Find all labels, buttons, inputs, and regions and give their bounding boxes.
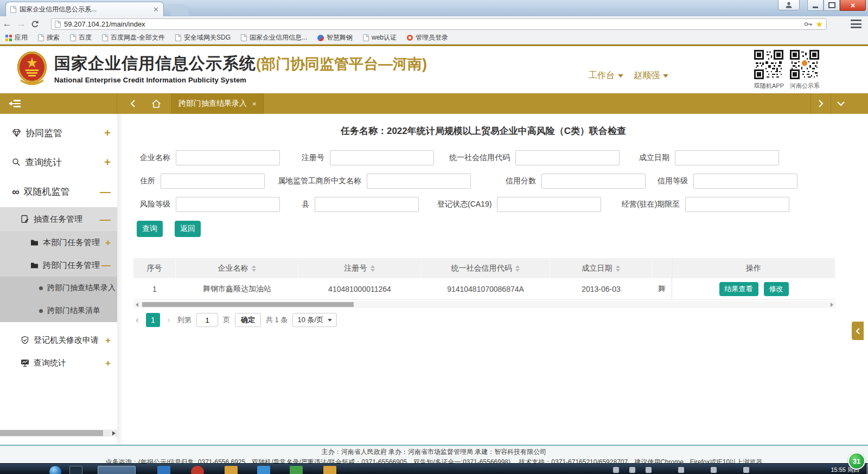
nav-tab-active[interactable]: 跨部门抽查结果录入 ×	[171, 93, 264, 114]
taskbar-window-button[interactable]	[98, 466, 136, 474]
sidebar-item-collab-supervision[interactable]: 协同监管 +	[0, 119, 117, 146]
sidebar-item-query-stats[interactable]: 查询统计 +	[0, 149, 117, 176]
page-size-select[interactable]: 10 条/页	[292, 313, 337, 327]
close-button[interactable]: ×	[840, 0, 866, 11]
tab-close-icon[interactable]: ✕	[153, 6, 159, 13]
scrollbar-arrow-left-icon[interactable]	[136, 303, 138, 307]
address-bar[interactable]: ★	[51, 18, 827, 30]
sidebar-item-cross-dept-result-entry[interactable]: 跨部门抽查结果录入	[0, 277, 117, 299]
sidebar-item-double-random[interactable]: ∞ 双随机监管 —	[0, 178, 117, 205]
return-button[interactable]: 返回	[175, 221, 201, 237]
bookmark-item[interactable]: 管理员登录	[407, 33, 448, 42]
show-desktop-button[interactable]	[866, 464, 868, 474]
forward-icon[interactable]: →	[14, 18, 28, 29]
browser-menu-icon[interactable]	[851, 20, 861, 28]
sidebar-hscrollbar[interactable]	[0, 430, 117, 437]
reload-icon[interactable]	[28, 20, 41, 28]
taskbar-icon[interactable]	[69, 466, 82, 474]
sidebar-item-spotcheck-task-mgmt[interactable]: 抽查任务管理 —	[0, 207, 117, 231]
start-button[interactable]	[49, 465, 62, 474]
county-input[interactable]	[315, 197, 419, 212]
sidebar-item-query-stats-2[interactable]: 查询统计 +	[0, 351, 117, 374]
tray-icon[interactable]	[629, 467, 635, 473]
expand-icon[interactable]: +	[104, 157, 111, 168]
sort-icon[interactable]	[371, 265, 375, 272]
bookmark-item[interactable]: 百度	[70, 33, 92, 42]
sidebar-item-registry-amendment[interactable]: 登记机关修改申请 +	[0, 329, 117, 351]
scrollbar-arrow-right-icon[interactable]	[831, 303, 833, 307]
confirm-page-button[interactable]: 确定	[235, 313, 261, 327]
expand-icon[interactable]: +	[105, 358, 111, 368]
table-hscrollbar[interactable]	[133, 301, 835, 308]
tray-icon[interactable]	[678, 467, 684, 473]
taskbar-icon[interactable]	[225, 466, 238, 474]
minimize-button[interactable]	[807, 0, 824, 11]
taskbar-icon[interactable]	[257, 466, 270, 474]
sort-icon[interactable]	[252, 265, 256, 272]
sidebar-item-own-dept-tasks[interactable]: 本部门任务管理 +	[0, 231, 117, 254]
expand-icon[interactable]: +	[105, 336, 111, 345]
profile-button[interactable]	[778, 0, 800, 10]
taskbar-icon[interactable]	[323, 466, 336, 474]
taskbar-icon[interactable]	[191, 466, 204, 474]
address-input[interactable]	[161, 174, 265, 189]
maximize-button[interactable]	[824, 0, 840, 11]
taskbar-icon[interactable]	[157, 466, 170, 474]
credit-code-input[interactable]	[515, 150, 620, 165]
local-office-input[interactable]	[367, 174, 471, 189]
registration-status-input[interactable]	[497, 197, 601, 212]
user-menu[interactable]: 赵顺强	[634, 70, 668, 81]
nav-scroll-right-button[interactable]	[810, 93, 831, 114]
operation-term-input[interactable]	[685, 197, 789, 212]
bookmark-item[interactable]: 国家企业信用信息...	[241, 33, 307, 42]
collapse-icon[interactable]: —	[100, 186, 111, 197]
nav-back-button[interactable]	[124, 93, 142, 114]
collapse-icon[interactable]: —	[101, 261, 111, 270]
key-icon[interactable]	[804, 22, 813, 27]
sidebar-toggle[interactable]	[0, 93, 117, 114]
company-name-input[interactable]	[176, 150, 280, 165]
panel-collapse-button[interactable]	[852, 322, 864, 340]
col-credit-code[interactable]: 统一社会信用代码	[421, 258, 550, 278]
tray-icon[interactable]	[613, 467, 619, 473]
new-tab-button[interactable]	[167, 4, 189, 16]
col-company-name[interactable]: 企业名称	[176, 258, 298, 278]
tab-close-icon[interactable]: ×	[252, 100, 257, 108]
col-registration-no[interactable]: 注册号	[298, 258, 421, 278]
bookmark-star-icon[interactable]: ★	[816, 20, 823, 28]
next-page-icon[interactable]: ›	[165, 315, 173, 325]
expand-icon[interactable]: +	[105, 238, 111, 247]
scrollbar-thumb[interactable]	[142, 302, 354, 307]
taskbar-icon[interactable]	[290, 466, 303, 474]
scrollbar-arrow-right-icon[interactable]	[112, 431, 116, 435]
browser-tab[interactable]: 国家企业信用信息公示系... ✕	[5, 2, 164, 16]
sidebar-item-cross-dept-result-list[interactable]: 跨部门结果清单	[0, 299, 117, 322]
registration-no-input[interactable]	[330, 150, 434, 165]
current-page[interactable]: 1	[146, 313, 160, 327]
bookmark-item[interactable]: web认证	[363, 33, 397, 42]
modify-button[interactable]: 修改	[764, 282, 789, 296]
expand-icon[interactable]: +	[104, 127, 111, 138]
calendar-badge[interactable]: 31	[848, 452, 865, 470]
prev-page-icon[interactable]: ‹	[133, 315, 141, 325]
tray-icon[interactable]	[743, 467, 749, 473]
bookmark-apps[interactable]: 应用	[5, 33, 28, 42]
credit-score-input[interactable]	[541, 174, 646, 189]
scrollbar-thumb[interactable]	[0, 430, 103, 436]
col-establish-date[interactable]: 成立日期	[550, 258, 652, 278]
bookmark-item[interactable]: 智慧舞钢	[317, 33, 353, 42]
risk-grade-input[interactable]	[176, 197, 280, 212]
credit-grade-input[interactable]	[693, 174, 797, 189]
bookmark-item[interactable]: 搜索	[38, 33, 60, 42]
goto-page-input[interactable]	[196, 313, 218, 327]
workbench-menu[interactable]: 工作台	[589, 70, 623, 81]
bookmark-item[interactable]: 安全域网关SDG	[175, 33, 231, 42]
collapse-icon[interactable]: —	[100, 214, 111, 225]
nav-home-button[interactable]	[145, 93, 167, 114]
nav-tabs-menu-button[interactable]	[831, 93, 851, 114]
sort-icon[interactable]	[616, 265, 620, 272]
tray-icon[interactable]	[646, 467, 652, 473]
search-button[interactable]: 查询	[137, 221, 163, 237]
tray-icon[interactable]	[711, 467, 717, 473]
sort-icon[interactable]	[515, 265, 520, 272]
